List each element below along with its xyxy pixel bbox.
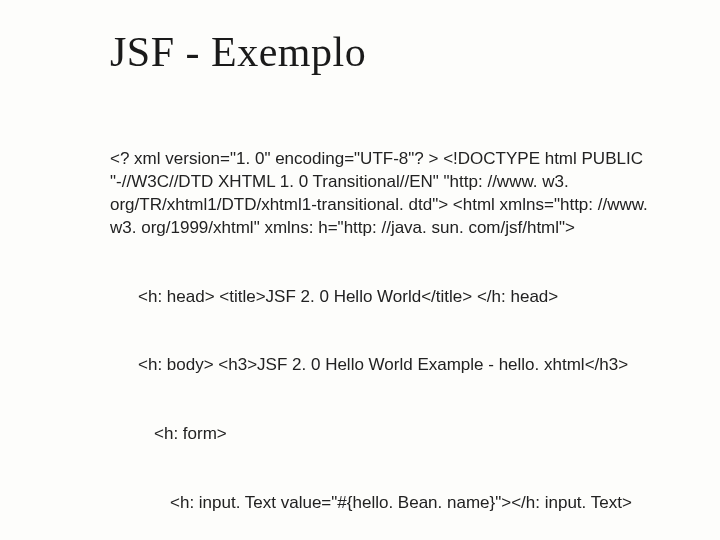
code-line: <h: form> [110, 423, 650, 446]
code-line: <? xml version="1. 0" encoding="UTF-8"? … [110, 148, 650, 240]
code-block: <? xml version="1. 0" encoding="UTF-8"? … [110, 102, 650, 540]
slide: JSF - Exemplo <? xml version="1. 0" enco… [0, 0, 720, 540]
slide-title: JSF - Exemplo [110, 28, 650, 76]
code-line: <h: input. Text value="#{hello. Bean. na… [110, 492, 650, 515]
code-line: <h: body> <h3>JSF 2. 0 Hello World Examp… [110, 354, 650, 377]
code-line: <h: head> <title>JSF 2. 0 Hello World</t… [110, 286, 650, 309]
